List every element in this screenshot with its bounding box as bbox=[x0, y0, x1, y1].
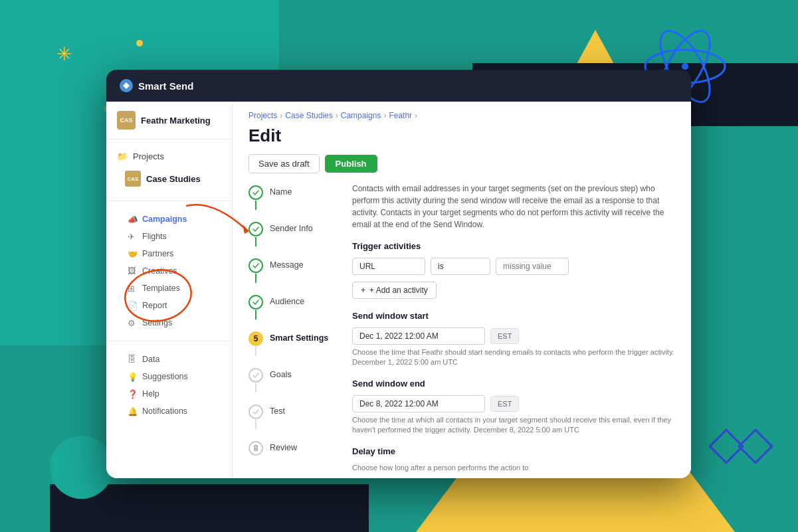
edit-layout: Name Sender Info bbox=[233, 183, 691, 478]
trigger-section-label: Trigger activities bbox=[352, 241, 675, 251]
step-message[interactable]: Message bbox=[249, 258, 342, 283]
folder-icon: 📁 bbox=[117, 151, 128, 161]
smart-settings-description: Contacts with email addresses in your ta… bbox=[352, 183, 675, 230]
sidebar-partners-label: Partners bbox=[142, 249, 173, 258]
svg-point-5 bbox=[121, 265, 195, 326]
send-window-end-row: EST bbox=[352, 395, 675, 412]
step-review-label: Review bbox=[270, 441, 297, 452]
delay-time-label: Delay time bbox=[352, 446, 675, 456]
workspace-header[interactable]: CAS Feathr Marketing bbox=[106, 102, 232, 139]
megaphone-icon: 📣 bbox=[128, 215, 137, 224]
sidebar-item-data[interactable]: 🗄 Data bbox=[106, 351, 232, 368]
step-circle-sender bbox=[249, 222, 263, 236]
send-window-start-help: Choose the time that Feathr should start… bbox=[352, 347, 675, 368]
send-window-start-label: Send window start bbox=[352, 311, 675, 321]
app-logo bbox=[120, 79, 133, 92]
sidebar-projects-label: Projects bbox=[133, 151, 164, 161]
send-window-end-section: Send window end EST Choose the time at w… bbox=[352, 379, 675, 436]
step-test[interactable]: Test bbox=[249, 404, 342, 429]
step-audience-label: Audience bbox=[270, 295, 304, 306]
sidebar-help-label: Help bbox=[142, 389, 159, 399]
step-goals-label: Goals bbox=[270, 368, 292, 379]
sidebar-item-notifications[interactable]: 🔔 Notifications bbox=[106, 402, 232, 420]
sidebar-case-studies-label: Case Studies bbox=[146, 174, 201, 184]
partners-icon: 🤝 bbox=[128, 249, 137, 258]
trigger-value-input[interactable] bbox=[496, 258, 569, 275]
send-window-start-row: EST bbox=[352, 327, 675, 345]
sidebar-item-flights[interactable]: ✈ Flights bbox=[106, 228, 232, 245]
send-window-start-tz: EST bbox=[490, 328, 519, 344]
workspace-logo: CAS bbox=[117, 111, 136, 130]
main-content: Projects › Case Studies › Campaigns › Fe… bbox=[233, 102, 691, 478]
sidebar-bottom-section: 🗄 Data 💡 Suggestions ❓ Help 🔔 Notificati… bbox=[106, 344, 232, 426]
trigger-row bbox=[352, 258, 675, 275]
send-window-start-input[interactable] bbox=[352, 327, 485, 345]
send-window-end-help: Choose the time at which all contacts in… bbox=[352, 415, 675, 436]
step-sender-label: Sender Info bbox=[270, 222, 313, 233]
step-circle-review: 8 bbox=[249, 441, 263, 456]
breadcrumb-feathr[interactable]: Feathr bbox=[389, 111, 412, 120]
title-bar: Smart Send bbox=[106, 70, 691, 102]
dot-decoration bbox=[136, 40, 143, 46]
step-circle-audience bbox=[249, 295, 263, 310]
sidebar-item-help[interactable]: ❓ Help bbox=[106, 385, 232, 402]
send-window-end-input[interactable] bbox=[352, 395, 485, 412]
step-name-label: Name bbox=[270, 185, 292, 197]
page-header: Edit Save as draft Publish bbox=[233, 123, 691, 183]
publish-button[interactable]: Publish bbox=[325, 155, 377, 173]
help-icon: ❓ bbox=[128, 389, 137, 399]
trigger-activities-section: Trigger activities + + Add an activity bbox=[352, 241, 675, 299]
annotation-circle bbox=[118, 262, 198, 329]
svg-point-3 bbox=[682, 63, 688, 70]
sidebar-item-partners[interactable]: 🤝 Partners bbox=[106, 245, 232, 262]
step-smart-settings[interactable]: 5 Smart Settings bbox=[249, 331, 342, 356]
sidebar-item-projects[interactable]: 📁 Projects bbox=[106, 146, 232, 166]
workspace-name: Feathr Marketing bbox=[141, 116, 211, 126]
sidebar-item-case-studies[interactable]: CAS Case Studies bbox=[106, 166, 232, 191]
trigger-condition-input[interactable] bbox=[431, 258, 490, 275]
step-smart-label: Smart Settings bbox=[270, 331, 328, 343]
breadcrumb-campaigns[interactable]: Campaigns bbox=[341, 111, 381, 120]
chevrons-decoration bbox=[714, 434, 768, 459]
sidebar-suggestions-label: Suggestions bbox=[142, 372, 188, 381]
delay-time-section: Delay time Choose how long after a perso… bbox=[352, 446, 675, 473]
step-circle-smart: 5 bbox=[249, 331, 263, 346]
app-title: Smart Send bbox=[138, 80, 193, 92]
step-sender-info[interactable]: Sender Info bbox=[249, 222, 342, 246]
flights-icon: ✈ bbox=[128, 232, 137, 241]
plus-icon: + bbox=[361, 286, 365, 295]
step-review[interactable]: 8 Review bbox=[249, 441, 342, 456]
sidebar-flights-label: Flights bbox=[142, 232, 167, 241]
step-audience[interactable]: Audience bbox=[249, 295, 342, 319]
suggestions-icon: 💡 bbox=[128, 372, 137, 381]
delay-time-help: Choose how long after a person performs … bbox=[352, 463, 675, 473]
sidebar-item-campaigns[interactable]: 📣 Campaigns bbox=[106, 211, 232, 228]
sidebar-data-label: Data bbox=[142, 355, 159, 364]
page-title: Edit bbox=[249, 126, 675, 146]
step-goals[interactable]: Goals bbox=[249, 368, 342, 393]
send-window-end-label: Send window end bbox=[352, 379, 675, 389]
step-circle-message bbox=[249, 258, 263, 273]
star-decoration-1: ✳ bbox=[56, 43, 72, 65]
sidebar-campaigns-label: Campaigns bbox=[142, 215, 187, 224]
step-message-label: Message bbox=[270, 258, 304, 270]
sidebar-notifications-label: Notifications bbox=[142, 406, 187, 416]
breadcrumb-case-studies[interactable]: Case Studies bbox=[285, 111, 332, 120]
step-circle-test bbox=[249, 404, 263, 419]
save-draft-button[interactable]: Save as draft bbox=[249, 154, 320, 173]
add-activity-label: + Add an activity bbox=[369, 286, 428, 295]
sidebar-item-suggestions[interactable]: 💡 Suggestions bbox=[106, 368, 232, 385]
add-activity-button[interactable]: + + Add an activity bbox=[352, 282, 437, 299]
step-test-label: Test bbox=[270, 404, 285, 416]
breadcrumb-projects[interactable]: Projects bbox=[249, 111, 277, 120]
content-panel: Contacts with email addresses in your ta… bbox=[342, 183, 675, 478]
steps-column: Name Sender Info bbox=[249, 183, 342, 478]
step-name[interactable]: Name bbox=[249, 185, 342, 210]
trigger-url-input[interactable] bbox=[352, 258, 425, 275]
sidebar-projects-section: 📁 Projects CAS Case Studies bbox=[106, 139, 232, 198]
bell-icon: 🔔 bbox=[128, 406, 137, 416]
data-icon: 🗄 bbox=[128, 355, 137, 364]
breadcrumb: Projects › Case Studies › Campaigns › Fe… bbox=[233, 102, 691, 123]
send-window-start-section: Send window start EST Choose the time th… bbox=[352, 311, 675, 368]
step-circle-name bbox=[249, 185, 263, 200]
